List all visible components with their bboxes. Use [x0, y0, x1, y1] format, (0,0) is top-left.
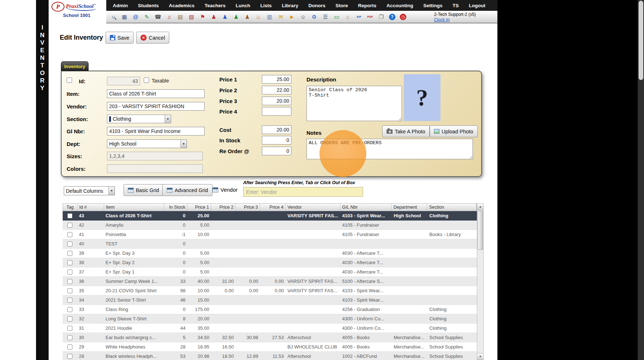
column-header-price-2[interactable]: Price 2 — [211, 204, 236, 211]
clock-icon[interactable]: ◷ — [400, 14, 406, 20]
row-tag-checkbox[interactable] — [67, 298, 72, 303]
audio-icon[interactable]: ♫ — [165, 13, 173, 21]
phone-icon[interactable]: ☎ — [154, 13, 162, 21]
nav-item-reports[interactable]: Reports — [353, 3, 381, 8]
column-header-g-l-nbr[interactable]: G/L Nbr — [340, 204, 392, 211]
column-header-item[interactable]: Item — [104, 204, 164, 211]
column-header-id-[interactable]: Id # — [77, 204, 104, 211]
row-tag-checkbox[interactable] — [67, 326, 72, 331]
nav-item-teachers[interactable]: Teachers — [200, 3, 231, 8]
row-tag-checkbox[interactable] — [67, 288, 72, 293]
table-row-35[interactable]: 3520-21 COVID Spirit Shirt9810.000.000.0… — [63, 286, 477, 295]
announcement-icon[interactable]: ⚑ — [198, 13, 207, 21]
window-scrollbar[interactable] — [638, 0, 644, 360]
table-row-32[interactable]: 32Long Sleeve T-Shirt820.004300 - Unifor… — [63, 314, 477, 324]
row-tag-checkbox[interactable] — [67, 307, 72, 312]
nav-item-settings[interactable]: Settings — [418, 3, 447, 8]
schedule-icon[interactable]: ▦ — [120, 13, 129, 21]
column-header-price-3[interactable]: Price 3 — [236, 204, 260, 211]
row-tag-checkbox[interactable] — [67, 270, 72, 275]
scroll-up-button[interactable]: ▲ — [477, 204, 483, 210]
briefcase-icon[interactable]: ⌂ — [344, 13, 352, 21]
price3-input[interactable] — [262, 97, 291, 105]
item-input[interactable] — [107, 89, 205, 98]
columns-select[interactable]: Default Columns ▼ — [64, 186, 115, 195]
clock-in-link[interactable]: Clock In — [434, 17, 450, 23]
row-tag-checkbox[interactable] — [67, 279, 72, 284]
cancel-button[interactable]: ✕ Cancel — [136, 32, 169, 44]
nav-item-logout[interactable]: Logout — [464, 3, 491, 8]
table-row-30[interactable]: 30Ear buds w/charging c...534.5032.5030.… — [63, 333, 477, 342]
take-photo-button[interactable]: Take A Photo — [382, 125, 430, 137]
table-row-39[interactable]: 39E+ Spr. Day 305.004030 - Aftercare T..… — [63, 249, 477, 258]
id-row-checkbox[interactable] — [67, 77, 72, 83]
in-stock-input[interactable] — [262, 136, 291, 145]
row-tag-checkbox[interactable] — [67, 335, 72, 340]
gear-icon[interactable]: ⚙ — [310, 13, 318, 21]
row-tag-checkbox[interactable] — [67, 241, 72, 246]
row-tag-checkbox[interactable] — [67, 232, 72, 237]
column-header-price-1[interactable]: Price 1 — [187, 204, 211, 211]
cost-input[interactable] — [262, 125, 291, 134]
nav-item-ts[interactable]: TS — [447, 3, 464, 8]
table-row-37[interactable]: 37E+ Spr. Day 105.004030 - Aftercare T..… — [63, 267, 477, 277]
nav-item-store[interactable]: Store — [330, 3, 353, 8]
colors-input[interactable] — [107, 164, 203, 173]
row-tag-checkbox[interactable] — [67, 316, 72, 321]
table-row-38[interactable]: 38E+ Spr. Day 205.004030 - Aftercare T..… — [63, 258, 477, 267]
upload-photo-button[interactable]: Upload Photo — [430, 125, 478, 137]
help-icon[interactable]: ? — [389, 14, 395, 20]
calendar-icon[interactable]: ▧ — [187, 13, 196, 21]
row-tag-checkbox[interactable] — [67, 354, 72, 359]
row-tag-checkbox[interactable] — [67, 223, 72, 228]
group-icon[interactable]: ♟ — [243, 13, 251, 21]
table-row-34[interactable]: 342021 Senior T-Shirt4615.004103 - Spiri… — [63, 295, 477, 305]
price1-input[interactable] — [262, 75, 291, 84]
column-header-section[interactable]: Section — [427, 204, 477, 211]
brand-logo[interactable]: P PraxiSchool™ School 1001 — [49, 0, 106, 23]
section-select[interactable]: Clothing ▼ — [107, 115, 171, 123]
row-tag-checkbox[interactable] — [67, 251, 72, 256]
nav-item-academics[interactable]: Academics — [164, 3, 200, 8]
report-icon[interactable]: ▤ — [176, 13, 184, 21]
column-header-department[interactable]: Department — [392, 204, 427, 211]
nav-item-students[interactable]: Students — [133, 3, 164, 8]
description-textarea[interactable]: Senior Class of 2026 T-Shirt — [307, 86, 402, 121]
table-scrollbar[interactable]: ▲ ▼ — [477, 203, 484, 360]
table-row-42[interactable]: 42Amarylis05.004105 - Fundraiser — [63, 221, 477, 230]
card-icon[interactable]: ▭ — [332, 13, 341, 21]
row-tag-checkbox[interactable] — [67, 345, 72, 350]
gl-nbr-input[interactable] — [107, 127, 205, 135]
table-row-43[interactable]: 43Class of 2026 T-Shirt025.00VARSITY SPI… — [63, 211, 477, 221]
table-row-29[interactable]: 29White Headphones2818.9516.50BJ WHOLESA… — [63, 342, 477, 352]
taxable-checkbox[interactable] — [144, 77, 149, 83]
advanced-grid-button[interactable]: Advanced Grid — [162, 184, 213, 196]
column-header-price-4[interactable]: Price 4 — [260, 204, 286, 211]
table-row-28[interactable]: 28Black wireless Headph...5320.9818.5012… — [63, 352, 477, 360]
reorder-input[interactable] — [262, 147, 291, 155]
table-row-40[interactable]: 40TEST0 — [63, 239, 477, 249]
vendor-input[interactable] — [107, 102, 205, 111]
chat-icon[interactable]: ✎ — [143, 13, 151, 21]
column-header-in-stock[interactable]: In Stock — [164, 204, 188, 211]
nav-item-admin[interactable]: Admin — [108, 3, 133, 8]
tab-inventory[interactable]: Inventory — [61, 61, 89, 71]
nav-item-accounting[interactable]: Accounting — [381, 3, 418, 8]
table-row-33[interactable]: 33Class Ring0175.004256 - GraduationClot… — [63, 305, 477, 314]
email-at-icon[interactable]: @ — [131, 13, 140, 21]
notes-textarea[interactable]: ALL ORDERS ARE PRE-ORDERS — [307, 139, 473, 159]
add-student-icon[interactable]: ♟ — [221, 13, 229, 21]
window-scrollbar-thumb[interactable] — [639, 1, 643, 80]
row-tag-checkbox[interactable] — [67, 213, 72, 218]
table-row-36[interactable]: 36Summer Camp Week 1...3340.0031.000.000… — [63, 277, 477, 286]
price2-input[interactable] — [262, 86, 291, 94]
search-icon[interactable]: ○ — [109, 13, 117, 21]
lunch-icon[interactable]: ♨ — [254, 13, 263, 21]
nav-item-donors[interactable]: Donors — [303, 3, 330, 8]
save-button[interactable]: Save — [106, 32, 134, 44]
sizes-input[interactable] — [107, 152, 203, 160]
table-scrollbar-thumb[interactable] — [478, 211, 483, 250]
mail-icon[interactable]: ✉ — [277, 13, 285, 21]
row-tag-checkbox[interactable] — [67, 260, 72, 265]
table-row-41[interactable]: 41Poinsettia-110.004105 - FundraiserBook… — [63, 230, 477, 239]
